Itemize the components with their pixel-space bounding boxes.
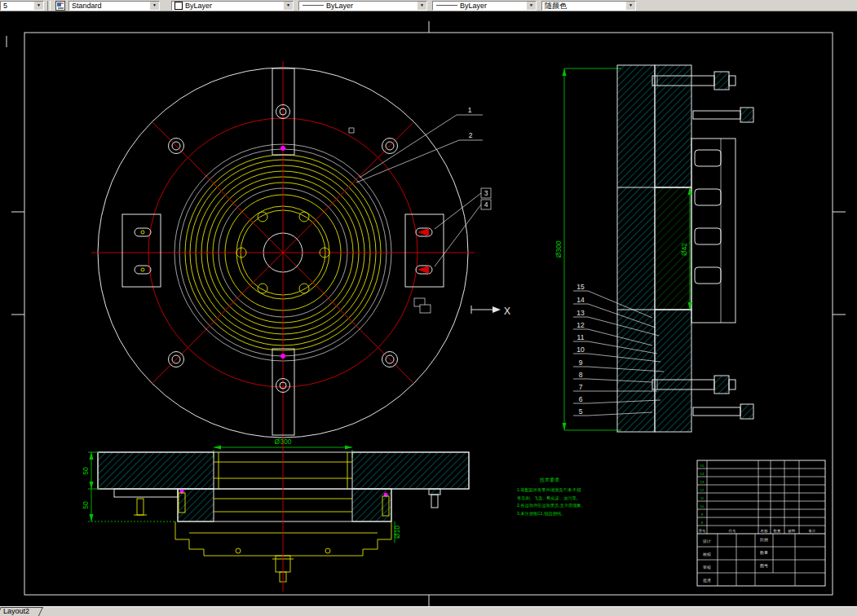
callout-6: 6 [579,395,583,403]
chevron-down-icon[interactable] [526,2,536,10]
callout-7: 7 [579,383,583,391]
callout-8: 8 [579,371,583,379]
text-style-combo[interactable]: Standard [68,1,160,11]
object-properties-toolbar: 5 Standard ByLayer ByLayer ByLayer 随颜色 [0,0,857,11]
parts-row-no: 8 [701,521,704,525]
text-style-combo-value: Standard [69,2,149,10]
parts-row-no: 11 [700,496,705,500]
toolbar-separator [47,1,51,11]
callout-10: 10 [576,345,585,354]
parts-header-no: 序号 [699,529,706,533]
bottom-section-view: Ø300 50 50 [82,438,469,592]
sign-label-review: 审核 [703,565,711,570]
chevron-down-icon[interactable] [625,2,635,10]
dim-lower-thickness: 50 [82,501,90,509]
info-label-dwgno: 图号 [760,563,768,569]
parts-row-no: 14 [700,472,705,476]
fixture-base [175,521,391,582]
main-top-view [91,61,475,444]
left-clamp-block [122,214,161,287]
layer-combo[interactable]: 5 [0,1,44,11]
lineweight-combo-value: ByLayer [457,2,526,10]
main-view-callouts: 1 2 3 4 [356,106,491,266]
callout-13: 13 [576,309,585,317]
callout-15: 15 [576,283,585,291]
technical-notes: 技术要求 1.装配前所有零件须清洗干净,不得 有毛刺、飞边、氧化皮、油污等。 2… [517,477,585,517]
notes-line-2: 有毛刺、飞边、氧化皮、油污等。 [517,495,581,501]
bottom-slot [272,349,294,435]
ucs-x-label: X [504,306,510,317]
tab-layout2[interactable]: Layout2 [1,607,43,616]
chevron-down-icon[interactable] [283,2,293,10]
parts-row-no: 13 [700,480,705,484]
sign-label-approve: 批准 [703,578,711,583]
style-icon-glyph [55,1,65,11]
notes-line-4: 3.未注倒角C1,锐边倒钝。 [517,511,565,517]
notes-title: 技术要求 [539,477,559,483]
chevron-down-icon[interactable] [33,2,43,10]
linetype-combo-value: ByLayer [324,2,417,10]
notes-line-1: 1.装配前所有零件须清洗干净,不得 [517,487,581,493]
info-label-qty: 数量 [760,550,768,555]
ucs-icon: X [471,306,510,317]
paperspace-icon [414,298,431,313]
chevron-down-icon[interactable] [149,2,159,10]
parts-row-no: 9 [701,513,704,517]
parts-row-no: 12 [700,488,705,492]
color-swatch-icon [174,2,183,10]
right-clamp-block [405,214,444,287]
top-slot [272,68,294,155]
style-icon[interactable] [55,1,66,11]
color-combo[interactable]: ByLayer [171,1,294,11]
dim-section-bore-dia: Ø42 [680,243,688,256]
plotstyle-combo-value: 随颜色 [542,2,625,10]
callout-2: 2 [469,131,473,139]
parts-header-material: 材料 [788,529,796,534]
drawing-canvas-svg: 1 2 3 4 X Ø300 [0,11,857,606]
parts-header-remark: 备注 [809,529,816,533]
linetype-sample-icon [303,5,324,6]
plotstyle-combo[interactable]: 随颜色 [541,1,636,11]
layer-combo-value: 5 [1,2,33,10]
callout-4: 4 [484,200,488,209]
drawing-frame [7,21,846,606]
lineweight-sample-icon [436,5,457,6]
dim-upper-thickness: 50 [82,467,90,475]
linetype-combo[interactable]: ByLayer [298,1,427,11]
lineweight-combo[interactable]: ByLayer [432,1,537,11]
parts-row-no: 15 [700,464,705,468]
notes-line-3: 2.各运动件应运动灵活,无卡滞现象。 [517,503,585,508]
color-combo-value: ByLayer [183,2,283,10]
parts-header-qty: 数量 [774,529,781,533]
title-block: 15 14 13 12 11 10 9 8 序号 代号 名称 数量 材料 备注 … [697,460,825,586]
callout-5: 5 [579,407,583,416]
callout-1: 1 [468,106,472,114]
callout-9: 9 [579,359,583,367]
info-label-scale: 比例 [760,537,768,543]
dim-small-hole-dia: Ø10 [393,526,401,539]
chevron-down-icon[interactable] [417,2,426,10]
model-canvas[interactable]: 1 2 3 4 X Ø300 [0,11,857,606]
callout-3: 3 [484,189,488,197]
dim-section-outer-dia: Ø300 [554,240,563,257]
callout-11: 11 [577,333,585,341]
sign-label-check: 校核 [702,552,711,557]
parts-header-code: 代号 [728,529,736,533]
parts-list-grid [697,460,825,534]
parts-header-name: 名称 [761,529,768,533]
callout-14: 14 [576,296,585,304]
parts-row-no: 10 [700,504,705,508]
callout-12: 12 [576,321,585,329]
layout-tab-bar: Layout2 [0,606,857,616]
side-section-view: Ø300 Ø42 [554,65,753,432]
sign-label-design: 设计 [702,539,711,543]
tab-layout2-label: Layout2 [3,607,29,616]
